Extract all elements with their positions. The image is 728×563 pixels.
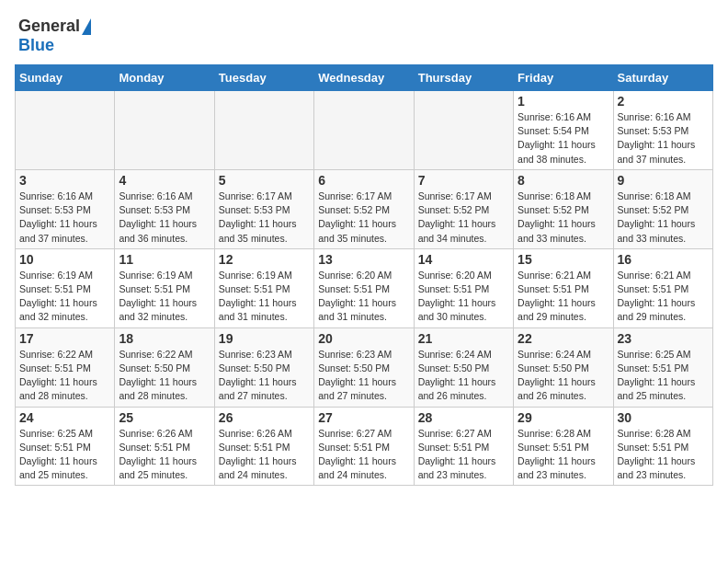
day-info: Sunrise: 6:17 AMSunset: 5:53 PMDaylight:… [219, 190, 310, 246]
day-cell-22: 22Sunrise: 6:24 AMSunset: 5:50 PMDayligh… [514, 327, 613, 407]
day-number: 7 [418, 173, 509, 188]
day-info: Sunrise: 6:16 AMSunset: 5:53 PMDaylight:… [119, 190, 210, 246]
day-header-wednesday: Wednesday [314, 65, 414, 91]
logo-blue-text: Blue [18, 36, 54, 55]
day-info: Sunrise: 6:27 AMSunset: 5:51 PMDaylight:… [418, 427, 509, 483]
day-info: Sunrise: 6:19 AMSunset: 5:51 PMDaylight:… [19, 269, 110, 325]
day-cell-16: 16Sunrise: 6:21 AMSunset: 5:51 PMDayligh… [613, 248, 712, 327]
day-number: 23 [618, 331, 709, 346]
day-number: 16 [618, 252, 709, 267]
day-number: 11 [119, 252, 210, 267]
day-cell-4: 4Sunrise: 6:16 AMSunset: 5:53 PMDaylight… [115, 169, 214, 248]
calendar: SundayMondayTuesdayWednesdayThursdayFrid… [0, 64, 728, 493]
day-info: Sunrise: 6:16 AMSunset: 5:53 PMDaylight:… [19, 190, 110, 246]
day-number: 5 [219, 173, 310, 188]
day-info: Sunrise: 6:19 AMSunset: 5:51 PMDaylight:… [119, 269, 210, 325]
day-number: 25 [119, 410, 210, 425]
day-number: 9 [618, 173, 709, 188]
day-info: Sunrise: 6:18 AMSunset: 5:52 PMDaylight:… [518, 190, 609, 246]
day-header-thursday: Thursday [414, 65, 513, 91]
empty-cell [214, 91, 313, 170]
day-number: 12 [219, 252, 310, 267]
day-info: Sunrise: 6:22 AMSunset: 5:50 PMDaylight:… [119, 348, 210, 404]
day-cell-27: 27Sunrise: 6:27 AMSunset: 5:51 PMDayligh… [314, 407, 414, 486]
day-number: 4 [119, 173, 210, 188]
day-number: 3 [19, 173, 110, 188]
day-info: Sunrise: 6:28 AMSunset: 5:51 PMDaylight:… [518, 427, 609, 483]
day-info: Sunrise: 6:27 AMSunset: 5:51 PMDaylight:… [318, 427, 409, 483]
day-cell-9: 9Sunrise: 6:18 AMSunset: 5:52 PMDaylight… [613, 169, 712, 248]
day-number: 22 [518, 331, 609, 346]
week-row-1: 1Sunrise: 6:16 AMSunset: 5:54 PMDaylight… [16, 91, 713, 170]
day-header-row: SundayMondayTuesdayWednesdayThursdayFrid… [16, 65, 713, 91]
day-cell-26: 26Sunrise: 6:26 AMSunset: 5:51 PMDayligh… [214, 407, 313, 486]
day-info: Sunrise: 6:18 AMSunset: 5:52 PMDaylight:… [618, 190, 709, 246]
week-row-3: 10Sunrise: 6:19 AMSunset: 5:51 PMDayligh… [16, 248, 713, 327]
day-info: Sunrise: 6:17 AMSunset: 5:52 PMDaylight:… [418, 190, 509, 246]
day-header-saturday: Saturday [613, 65, 712, 91]
day-number: 6 [318, 173, 409, 188]
day-cell-25: 25Sunrise: 6:26 AMSunset: 5:51 PMDayligh… [115, 407, 214, 486]
day-info: Sunrise: 6:24 AMSunset: 5:50 PMDaylight:… [518, 348, 609, 404]
day-number: 27 [318, 410, 409, 425]
day-header-sunday: Sunday [16, 65, 115, 91]
day-cell-1: 1Sunrise: 6:16 AMSunset: 5:54 PMDaylight… [514, 91, 613, 170]
day-number: 24 [19, 410, 110, 425]
week-row-4: 17Sunrise: 6:22 AMSunset: 5:51 PMDayligh… [16, 327, 713, 407]
day-cell-24: 24Sunrise: 6:25 AMSunset: 5:51 PMDayligh… [16, 407, 115, 486]
day-info: Sunrise: 6:25 AMSunset: 5:51 PMDaylight:… [19, 427, 110, 483]
day-cell-23: 23Sunrise: 6:25 AMSunset: 5:51 PMDayligh… [613, 327, 712, 407]
day-cell-13: 13Sunrise: 6:20 AMSunset: 5:51 PMDayligh… [314, 248, 414, 327]
empty-cell [314, 91, 414, 170]
day-cell-5: 5Sunrise: 6:17 AMSunset: 5:53 PMDaylight… [214, 169, 313, 248]
day-cell-8: 8Sunrise: 6:18 AMSunset: 5:52 PMDaylight… [514, 169, 613, 248]
day-number: 14 [418, 252, 509, 267]
day-info: Sunrise: 6:24 AMSunset: 5:50 PMDaylight:… [418, 348, 509, 404]
day-number: 15 [518, 252, 609, 267]
day-info: Sunrise: 6:26 AMSunset: 5:51 PMDaylight:… [119, 427, 210, 483]
day-number: 18 [119, 331, 210, 346]
logo-general-text: General [18, 17, 80, 36]
day-cell-15: 15Sunrise: 6:21 AMSunset: 5:51 PMDayligh… [514, 248, 613, 327]
day-number: 29 [518, 410, 609, 425]
day-number: 1 [518, 94, 609, 109]
day-header-tuesday: Tuesday [214, 65, 313, 91]
day-number: 13 [318, 252, 409, 267]
day-cell-29: 29Sunrise: 6:28 AMSunset: 5:51 PMDayligh… [514, 407, 613, 486]
day-cell-12: 12Sunrise: 6:19 AMSunset: 5:51 PMDayligh… [214, 248, 313, 327]
day-info: Sunrise: 6:20 AMSunset: 5:51 PMDaylight:… [418, 269, 509, 325]
day-info: Sunrise: 6:20 AMSunset: 5:51 PMDaylight:… [318, 269, 409, 325]
day-cell-21: 21Sunrise: 6:24 AMSunset: 5:50 PMDayligh… [414, 327, 513, 407]
day-number: 28 [418, 410, 509, 425]
day-number: 17 [19, 331, 110, 346]
page-header: General Blue [0, 0, 728, 64]
day-header-monday: Monday [115, 65, 214, 91]
day-cell-7: 7Sunrise: 6:17 AMSunset: 5:52 PMDaylight… [414, 169, 513, 248]
day-cell-17: 17Sunrise: 6:22 AMSunset: 5:51 PMDayligh… [16, 327, 115, 407]
day-cell-14: 14Sunrise: 6:20 AMSunset: 5:51 PMDayligh… [414, 248, 513, 327]
day-cell-19: 19Sunrise: 6:23 AMSunset: 5:50 PMDayligh… [214, 327, 313, 407]
week-row-2: 3Sunrise: 6:16 AMSunset: 5:53 PMDaylight… [16, 169, 713, 248]
day-info: Sunrise: 6:28 AMSunset: 5:51 PMDaylight:… [618, 427, 709, 483]
day-number: 21 [418, 331, 509, 346]
day-info: Sunrise: 6:23 AMSunset: 5:50 PMDaylight:… [219, 348, 310, 404]
day-info: Sunrise: 6:21 AMSunset: 5:51 PMDaylight:… [618, 269, 709, 325]
day-info: Sunrise: 6:21 AMSunset: 5:51 PMDaylight:… [518, 269, 609, 325]
day-cell-2: 2Sunrise: 6:16 AMSunset: 5:53 PMDaylight… [613, 91, 712, 170]
week-row-5: 24Sunrise: 6:25 AMSunset: 5:51 PMDayligh… [16, 407, 713, 486]
empty-cell [115, 91, 214, 170]
day-info: Sunrise: 6:19 AMSunset: 5:51 PMDaylight:… [219, 269, 310, 325]
day-cell-11: 11Sunrise: 6:19 AMSunset: 5:51 PMDayligh… [115, 248, 214, 327]
day-info: Sunrise: 6:16 AMSunset: 5:53 PMDaylight:… [618, 110, 709, 167]
day-number: 10 [19, 252, 110, 267]
day-number: 20 [318, 331, 409, 346]
day-info: Sunrise: 6:25 AMSunset: 5:51 PMDaylight:… [618, 348, 709, 404]
day-cell-10: 10Sunrise: 6:19 AMSunset: 5:51 PMDayligh… [16, 248, 115, 327]
day-number: 8 [518, 173, 609, 188]
empty-cell [414, 91, 513, 170]
day-info: Sunrise: 6:22 AMSunset: 5:51 PMDaylight:… [19, 348, 110, 404]
day-cell-28: 28Sunrise: 6:27 AMSunset: 5:51 PMDayligh… [414, 407, 513, 486]
day-cell-20: 20Sunrise: 6:23 AMSunset: 5:50 PMDayligh… [314, 327, 414, 407]
day-number: 2 [618, 94, 709, 109]
empty-cell [16, 91, 115, 170]
